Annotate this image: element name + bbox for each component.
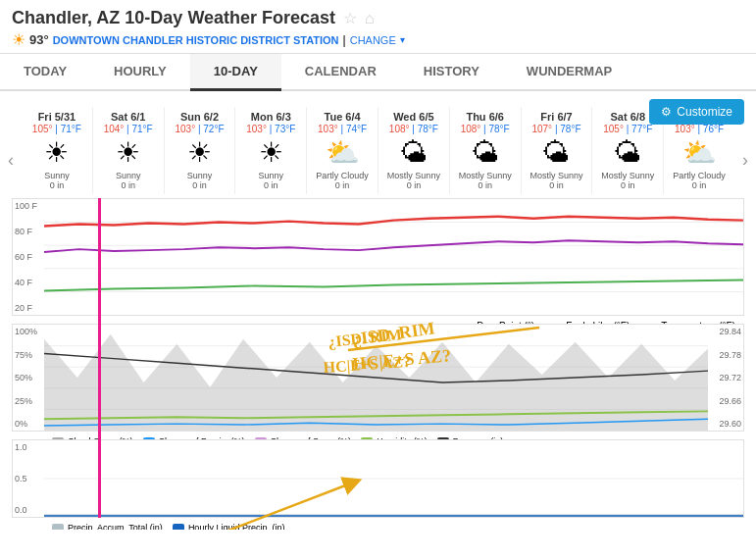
day-col-7[interactable]: Fri 6/7 107° | 78°F 🌤 Mostly Sunny 0 in — [521, 107, 592, 194]
day-desc: Sunny — [167, 171, 233, 180]
day-header: Sat 6/1 — [95, 111, 162, 123]
customize-label: Customize — [677, 105, 732, 119]
tab-wundermap[interactable]: WUNDERMAP — [503, 54, 635, 91]
day-icon: ☀ — [237, 136, 304, 169]
change-link[interactable]: CHANGE — [350, 34, 396, 46]
page-title: Chandler, AZ 10-Day Weather Forecast — [12, 8, 335, 28]
tab-history[interactable]: HISTORY — [400, 54, 503, 91]
day-temps: 104° | 71°F — [95, 124, 162, 134]
station-link[interactable]: DOWNTOWN CHANDLER HISTORIC DISTRICT STAT… — [53, 34, 339, 46]
accum-legend: Precip. Accum. Total (in) Hourly Liquid … — [44, 520, 743, 530]
day-temps: 103° | 73°F — [237, 124, 304, 134]
precip-chart-area: 100% 75% 50% 25% 0% 29.84 29.78 29.72 29… — [12, 324, 744, 432]
prev-arrow[interactable]: ‹ — [0, 107, 22, 194]
day-precip: 0 in — [95, 180, 162, 190]
day-temps: 103° | 76°F — [666, 124, 732, 134]
temperature-chart-area: 100 F 80 F 60 F 40 F 20 F — [12, 198, 744, 316]
day-precip: 0 in — [666, 180, 732, 190]
day-temps: 108° | 78°F — [380, 124, 447, 134]
legend-accumtotal: Precip. Accum. Total (in) — [52, 523, 163, 530]
temp-y-labels: 100 F 80 F 60 F 40 F 20 F — [15, 199, 37, 315]
day-icon: ⛅ — [666, 136, 732, 169]
day-temps: 103° | 74°F — [309, 124, 376, 134]
day-desc: Sunny — [95, 171, 162, 180]
accum-chart: 1.0 0.5 0.0 Precip. Accum. Total (in) — [12, 439, 744, 518]
day-temps: 107° | 78°F — [524, 124, 590, 134]
tab-calendar[interactable]: CALENDAR — [281, 54, 400, 91]
charts-wrapper: 100 F 80 F 60 F 40 F 20 F — [0, 198, 756, 518]
day-icon: 🌤 — [452, 136, 519, 169]
day-precip: 0 in — [452, 180, 519, 190]
day-icon: ☀ — [24, 136, 90, 169]
day-header: Thu 6/6 — [452, 111, 519, 123]
day-header: Wed 6/5 — [380, 111, 447, 123]
content: ⚙ Customize ‹ Fri 5/31 105° | 71°F ☀ Sun… — [0, 91, 756, 530]
station-row: ☀ 93° DOWNTOWN CHANDLER HISTORIC DISTRIC… — [12, 30, 744, 49]
day-col-0[interactable]: Fri 5/31 105° | 71°F ☀ Sunny 0 in — [22, 107, 92, 194]
days-container: Fri 5/31 105° | 71°F ☀ Sunny 0 in Sat 6/… — [22, 107, 734, 194]
day-icon: ☀ — [167, 136, 233, 169]
day-col-6[interactable]: Thu 6/6 108° | 78°F 🌤 Mostly Sunny 0 in — [449, 107, 521, 194]
day-precip: 0 in — [594, 180, 661, 190]
day-col-5[interactable]: Wed 6/5 108° | 78°F 🌤 Mostly Sunny 0 in — [378, 107, 449, 194]
day-precip: 0 in — [167, 180, 233, 190]
precip-y-labels: 100% 75% 50% 25% 0% — [15, 325, 37, 431]
sun-icon: ☀ — [12, 30, 25, 49]
temp-chart-svg — [44, 199, 743, 315]
day-header: Sun 6/2 — [167, 111, 233, 123]
day-icon: 🌤 — [524, 136, 590, 169]
customize-button[interactable]: ⚙ Customize — [649, 99, 744, 125]
pressure-labels: 29.84 29.78 29.72 29.66 29.60 — [719, 325, 741, 431]
legend-hourlyliquid: Hourly Liquid Precip. (in) — [173, 523, 285, 530]
day-desc: Sunny — [237, 171, 304, 180]
tab-today[interactable]: TODAY — [0, 54, 90, 91]
day-icon: ⛅ — [309, 136, 376, 169]
day-desc: Mostly Sunny — [380, 171, 447, 180]
nav-tabs: TODAY HOURLY 10-DAY CALENDAR HISTORY WUN… — [0, 54, 756, 91]
day-precip: 0 in — [237, 180, 304, 190]
day-col-4[interactable]: Tue 6/4 103° | 74°F ⛅ Partly Cloudy 0 in — [306, 107, 378, 194]
day-temps: 103° | 72°F — [167, 124, 233, 134]
day-precip: 0 in — [24, 180, 90, 190]
title-row: Chandler, AZ 10-Day Weather Forecast ☆ ⌂ — [12, 8, 744, 28]
day-icon: 🌤 — [594, 136, 661, 169]
day-temps: 105° | 71°F — [24, 124, 90, 134]
tab-10day[interactable]: 10-DAY — [190, 54, 281, 91]
star-icon[interactable]: ☆ — [343, 9, 357, 27]
day-precip: 0 in — [524, 180, 590, 190]
chevron-down-icon: ▾ — [400, 34, 405, 45]
day-temps: 108° | 78°F — [452, 124, 519, 134]
tab-hourly[interactable]: HOURLY — [90, 54, 190, 91]
accum-y-labels: 1.0 0.5 0.0 — [15, 440, 27, 517]
day-icon: 🌤 — [380, 136, 447, 169]
precip-chart-svg — [44, 325, 708, 431]
day-precip: 0 in — [309, 180, 376, 190]
day-desc: Mostly Sunny — [524, 171, 590, 180]
precip-chart: 100% 75% 50% 25% 0% 29.84 29.78 29.72 29… — [12, 324, 744, 432]
current-day-line — [98, 198, 101, 518]
gear-icon: ⚙ — [661, 105, 672, 119]
day-header: Mon 6/3 — [237, 111, 304, 123]
accum-chart-svg — [44, 440, 743, 517]
day-desc: Mostly Sunny — [452, 171, 519, 180]
day-icon: ☀ — [95, 136, 162, 169]
day-header: Tue 6/4 — [309, 111, 376, 123]
day-temps: 105° | 77°F — [594, 124, 661, 134]
header: Chandler, AZ 10-Day Weather Forecast ☆ ⌂… — [0, 0, 756, 54]
day-col-3[interactable]: Mon 6/3 103° | 73°F ☀ Sunny 0 in — [234, 107, 306, 194]
day-desc: Partly Cloudy — [309, 171, 376, 180]
day-precip: 0 in — [380, 180, 447, 190]
day-col-2[interactable]: Sun 6/2 103° | 72°F ☀ Sunny 0 in — [164, 107, 235, 194]
accumtotal-label: Precip. Accum. Total (in) — [68, 523, 163, 530]
day-desc: Partly Cloudy — [666, 171, 732, 180]
forecast-strip: ‹ Fri 5/31 105° | 71°F ☀ Sunny 0 in Sat … — [0, 107, 756, 194]
day-desc: Mostly Sunny — [594, 171, 661, 180]
separator: | — [343, 33, 346, 47]
home-icon[interactable]: ⌂ — [365, 10, 375, 27]
accum-chart-area: 1.0 0.5 0.0 Precip. Accum. Total (in) — [12, 439, 744, 518]
day-desc: Sunny — [24, 171, 90, 180]
day-col-1[interactable]: Sat 6/1 104° | 71°F ☀ Sunny 0 in — [92, 107, 164, 194]
current-temp: 93° — [29, 32, 49, 47]
temperature-chart: 100 F 80 F 60 F 40 F 20 F — [12, 198, 744, 316]
hourlyliquid-label: Hourly Liquid Precip. (in) — [188, 523, 285, 530]
